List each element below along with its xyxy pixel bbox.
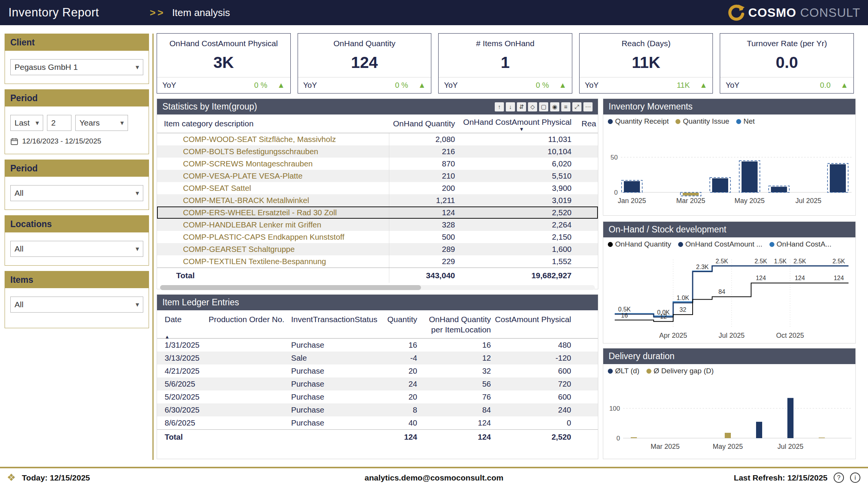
legend-dot <box>675 119 680 124</box>
period2-dropdown[interactable]: All ▾ <box>10 185 143 201</box>
costamount-cell: 1,552 <box>455 257 572 266</box>
column-costamount[interactable]: CostAmount Physical <box>491 314 571 324</box>
column-item-category[interactable]: Item category description <box>157 119 389 128</box>
ledger-column-header: Date ▲ Production Order No. InventTransa… <box>157 310 598 339</box>
table-row[interactable]: COMP-METAL-BRACK Metallwinkel1,2113,019 <box>157 194 598 206</box>
svg-text:Jul 2025: Jul 2025 <box>777 443 803 450</box>
costamount-cell: 480 <box>491 340 571 350</box>
costamount-cell: 11,031 <box>455 135 572 144</box>
horizontal-scrollbar-thumb[interactable] <box>160 285 421 290</box>
period-mode-dropdown[interactable]: Last ▾ <box>10 115 43 131</box>
movements-title: Inventory Movements <box>609 102 693 112</box>
eraser-icon[interactable]: ◇ <box>528 102 537 111</box>
legend-item[interactable]: OnHand CostA... <box>769 240 832 248</box>
column-onhand-quantity[interactable]: OnHand Quantity <box>389 119 455 128</box>
kpi-card-1[interactable]: OnHand CostAmount Physical3KYoY0 %▲ <box>157 33 291 94</box>
table-row[interactable]: 1/31/2025Purchase1616480 <box>157 339 598 352</box>
table-row[interactable]: 5/20/2025Purchase2076600 <box>157 390 598 403</box>
last-refresh: Last Refresh: 12/15/2025 <box>734 473 828 482</box>
kpi-card-4[interactable]: Reach (Days)11KYoY11K▲ <box>579 33 713 94</box>
legend-item[interactable]: OnHand Quantity <box>608 240 671 248</box>
period-unit-dropdown[interactable]: Years ▾ <box>75 115 128 131</box>
item-ledger-panel: Item Ledger Entries Date ▲ Production Or… <box>157 294 598 459</box>
kpi-yoy-value: 0 % <box>254 81 267 90</box>
column-date[interactable]: Date ▲ <box>165 314 209 324</box>
table-row[interactable]: 6/30/2025Purchase884240 <box>157 403 598 416</box>
legend-item[interactable]: Ø Delivery gap (D) <box>646 367 714 375</box>
onhand-qty-cell: 124 <box>389 208 455 217</box>
trend-up-icon: ▲ <box>418 81 426 90</box>
copy-icon[interactable]: ▢ <box>539 102 548 111</box>
drill-down-icon[interactable]: ↓ <box>506 102 515 111</box>
info-icon[interactable]: i <box>850 472 860 483</box>
kpi-card-5[interactable]: Turnover Rate (per Yr)0.0YoY0.0▲ <box>720 33 854 94</box>
table-row[interactable]: COMP-TEXTILEN Textilene-Bespannung2291,5… <box>157 255 598 268</box>
chevron-down-icon: ▾ <box>136 190 139 197</box>
legend-item[interactable]: Net <box>736 117 755 126</box>
kpi-value: 124 <box>298 48 431 77</box>
quantity-cell: 16 <box>375 340 417 350</box>
onhand-qty-cell: 210 <box>389 171 455 181</box>
sort-icon[interactable]: ≡ <box>561 102 570 111</box>
status-cell: Purchase <box>291 418 375 427</box>
status-cell: Purchase <box>291 379 375 389</box>
column-quantity[interactable]: Quantity <box>375 314 417 324</box>
stock-development-panel: On-Hand / Stock development OnHand Quant… <box>603 221 856 343</box>
table-row[interactable]: COMP-SCREWS Montageschrauben8706,020 <box>157 158 598 170</box>
kpi-card-2[interactable]: OnHand Quantity124YoY0 %▲ <box>298 33 432 94</box>
legend-item[interactable]: OnHand CostAmount ... <box>678 240 763 248</box>
table-row[interactable]: 4/21/2025Purchase2032600 <box>157 364 598 377</box>
stats-total-cost: 19,682,927 <box>455 271 572 280</box>
legend-item[interactable]: Quantity Receipt <box>608 117 669 126</box>
column-onhand-costamount[interactable]: OnHand CostAmount Physical ▼ <box>455 115 572 132</box>
table-row[interactable]: COMP-SEAT Sattel2003,900 <box>157 182 598 194</box>
svg-text:2.3K: 2.3K <box>696 264 709 270</box>
column-production-order[interactable]: Production Order No. <box>209 314 291 324</box>
svg-text:May 2025: May 2025 <box>734 197 764 205</box>
table-row[interactable]: COMP-PLASTIC-CAPS Endkappen Kunststoff50… <box>157 231 598 243</box>
column-reach[interactable]: Rea <box>572 119 598 128</box>
item-category-cell: COMP-METAL-BRACK Metallwinkel <box>157 194 389 206</box>
locations-dropdown[interactable]: All ▾ <box>10 241 143 257</box>
table-row[interactable]: 5/6/2025Purchase2456720 <box>157 377 598 390</box>
pin-icon[interactable]: ◉ <box>550 102 559 111</box>
table-row[interactable]: COMP-WOOD-SEAT Sitzfläche, Massivholz2,0… <box>157 133 598 145</box>
stats-column-header: Item category description OnHand Quantit… <box>157 114 598 133</box>
items-dropdown[interactable]: All ▾ <box>10 297 143 313</box>
cosmo-consult-logo: COSMOCONSULT <box>727 0 860 25</box>
help-icon[interactable]: ? <box>834 472 844 483</box>
client-dropdown-value: Pegasus GmbH 1 <box>15 63 78 72</box>
calendar-icon <box>10 137 18 145</box>
table-row[interactable]: COMP-VESA-PLATE VESA-Platte2105,510 <box>157 170 598 182</box>
legend-dot <box>678 242 683 247</box>
table-row[interactable]: COMP-HANDLEBAR Lenker mit Griffen3282,26… <box>157 219 598 231</box>
svg-text:16: 16 <box>621 312 628 319</box>
stock-panel-header: On-Hand / Stock development <box>603 222 855 237</box>
period-mode-value: Last <box>15 118 30 127</box>
column-status[interactable]: InventTransactionStatus <box>291 314 375 324</box>
focus-icon[interactable]: ⤢ <box>572 102 581 111</box>
period-count-input[interactable] <box>47 115 71 131</box>
legend-item[interactable]: Quantity Issue <box>675 117 729 126</box>
status-cell: Purchase <box>291 392 375 402</box>
kpi-yoy-value: 11K <box>677 81 690 90</box>
expand-all-icon[interactable]: ⇵ <box>517 102 526 111</box>
legend-label: OnHand Quantity <box>615 240 671 248</box>
table-row[interactable]: 3/13/2025Sale-412-120 <box>157 352 598 364</box>
svg-text:Mar 2025: Mar 2025 <box>651 443 680 450</box>
kpi-yoy-label: YoY <box>303 81 317 90</box>
legend-item[interactable]: ØLT (d) <box>608 367 640 375</box>
drill-up-icon[interactable]: ↑ <box>495 102 504 111</box>
kpi-card-3[interactable]: # Items OnHand1YoY0 %▲ <box>438 33 572 94</box>
sidebar-divider <box>152 34 154 460</box>
more-icon[interactable]: ⋯ <box>583 102 593 111</box>
column-onhand-per-location[interactable]: OnHand Quantity per ItemLocation <box>417 314 491 335</box>
period2-filter-header: Period <box>5 160 149 177</box>
costamount-cell: 2,520 <box>455 208 572 217</box>
table-row[interactable]: 8/6/2025Purchase401240 <box>157 416 598 429</box>
table-row[interactable]: COMP-BOLTS Befestigungsschrauben21610,10… <box>157 145 598 158</box>
table-row[interactable]: COMP-ERS-WHEEL Ersatzteil - Rad 30 Zoll1… <box>157 206 598 219</box>
onhand-per-location-cell: 84 <box>417 405 491 414</box>
client-dropdown[interactable]: Pegasus GmbH 1 ▾ <box>10 59 143 75</box>
table-row[interactable]: COMP-GEARSET Schaltgruppe2891,600 <box>157 243 598 255</box>
